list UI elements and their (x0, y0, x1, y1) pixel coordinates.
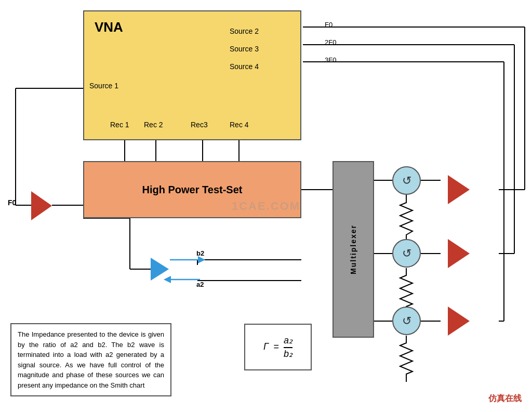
numerator: a₂ (284, 335, 292, 348)
f0-input-label: F0 (8, 198, 16, 207)
diagram-container: VNA Source 1 Source 2 Source 3 Source 4 … (0, 0, 532, 412)
mux-title: Multiplexer (349, 224, 357, 274)
denominator: b₂ (284, 348, 292, 360)
hpts-title: High Power Test-Set (142, 184, 243, 196)
info-text: The Impedance presented to the device is… (18, 330, 164, 389)
rec4-label: Rec 4 (230, 121, 249, 129)
vna-title: VNA (95, 19, 123, 35)
rec1-label: Rec 1 (110, 121, 129, 129)
equals-symbol: = (273, 341, 279, 352)
source1-label: Source 1 (89, 82, 118, 90)
fraction: a₂ b₂ (284, 335, 292, 360)
circulator-1: ↺ (392, 166, 421, 195)
formula-box: Γ = a₂ b₂ (244, 324, 312, 370)
circulator-2: ↺ (392, 239, 421, 268)
vna-box: VNA Source 1 Source 2 Source 3 Source 4 … (83, 10, 301, 140)
b2-label: b2 (196, 249, 204, 257)
a2-label: a2 (196, 281, 204, 288)
branding-label: 仿真在线 (488, 393, 522, 404)
rec2-label: Rec 2 (144, 121, 163, 129)
dut-triangle: DUT (151, 258, 169, 281)
source2-label: Source 2 (230, 27, 259, 35)
mux-box: Multiplexer (332, 161, 374, 338)
amplifier-triangle-1 (448, 175, 470, 204)
2f0-freq-label: 2F0 (325, 38, 336, 46)
source4-label: Source 4 (230, 62, 259, 71)
formula-display: Γ = a₂ b₂ (263, 335, 292, 360)
f0-triangle (31, 191, 52, 220)
amplifier-triangle-2 (448, 239, 470, 268)
3f0-freq-label: 3F0 (325, 56, 336, 64)
info-box: The Impedance presented to the device is… (10, 323, 171, 396)
circulator-3: ↺ (392, 307, 421, 335)
rec3-label: Rec3 (191, 121, 208, 129)
amplifier-triangle-3 (448, 307, 470, 336)
gamma-symbol: Γ (263, 341, 269, 352)
hpts-box: High Power Test-Set (83, 161, 301, 218)
f0-freq-label: F0 (325, 21, 332, 29)
svg-marker-34 (198, 256, 205, 263)
dut-label: DUT (170, 264, 182, 270)
source3-label: Source 3 (230, 45, 259, 53)
